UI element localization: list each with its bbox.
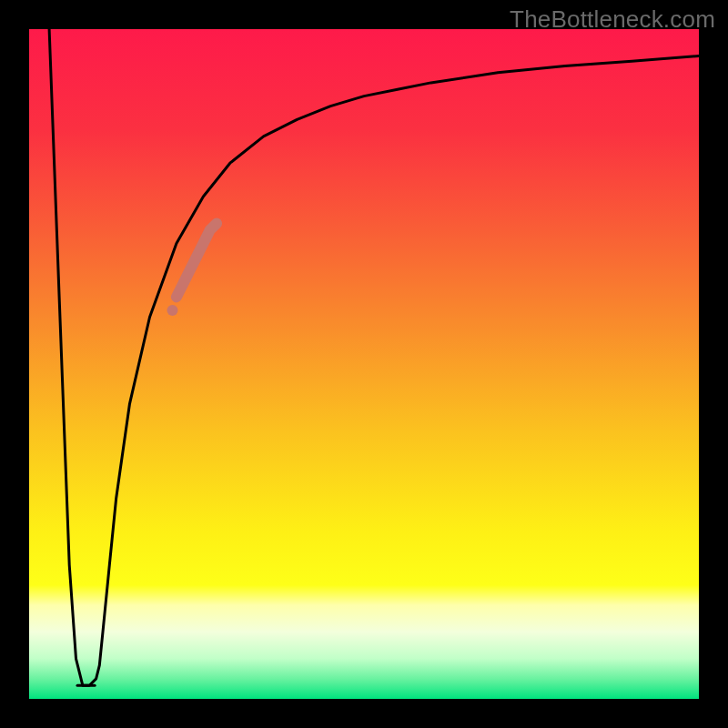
bottleneck-plot xyxy=(29,29,699,699)
watermark-text: TheBottleneck.com xyxy=(510,5,715,34)
plot-svg xyxy=(29,29,699,699)
plot-background xyxy=(29,29,699,699)
highlight-dot xyxy=(167,305,178,316)
